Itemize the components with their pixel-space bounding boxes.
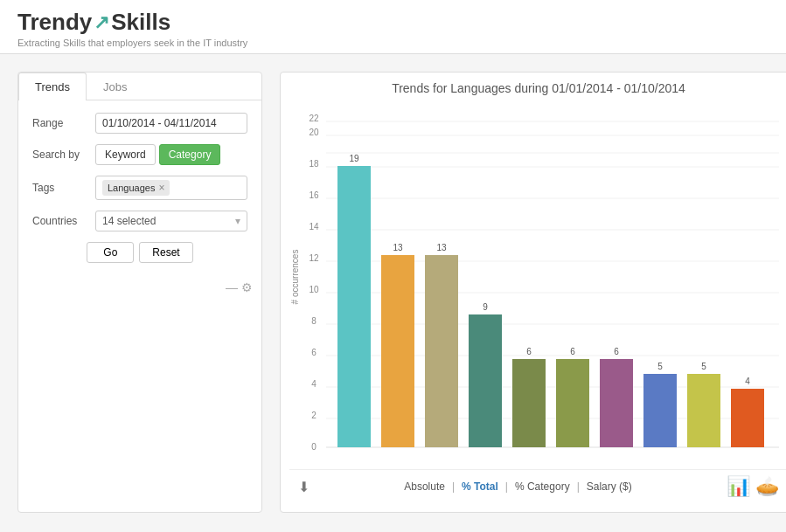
- minus-icon[interactable]: —: [226, 280, 238, 294]
- footer-link-salary[interactable]: Salary ($): [587, 480, 632, 493]
- svg-text:8: 8: [311, 316, 316, 326]
- download-icon[interactable]: ⬇: [298, 479, 310, 495]
- bar-csharp[interactable]: [425, 255, 458, 447]
- logo-skills: Skills: [111, 9, 170, 36]
- footer-left: ⬇: [298, 479, 310, 495]
- svg-text:4: 4: [311, 379, 316, 389]
- svg-text:6: 6: [526, 347, 532, 356]
- svg-text:20: 20: [309, 128, 319, 137]
- countries-row: Countries 14 selected ▾: [32, 211, 247, 231]
- category-button[interactable]: Category: [159, 144, 221, 165]
- svg-text:6: 6: [570, 347, 575, 356]
- tag-badge: Languages ×: [102, 180, 170, 196]
- bar-chart-svg: 0 2 4 6 8 10 12 14 16 18 20 22 # occurre…: [289, 102, 786, 460]
- chevron-down-icon: ▾: [235, 215, 240, 227]
- top-bar: Trendy ↗ Skills Extracting Skills that e…: [0, 0, 786, 54]
- svg-text:HTML: HTML: [462, 459, 486, 460]
- chart-footer: ⬇ Absolute | % Total | % Category | Sala…: [289, 469, 786, 503]
- bar-c[interactable]: [687, 374, 720, 447]
- svg-text:6: 6: [311, 348, 316, 357]
- bar-cpp[interactable]: [512, 359, 546, 447]
- range-label: Range: [32, 117, 95, 129]
- svg-text:16: 16: [309, 190, 319, 200]
- sidebar-icons: — ⚙: [18, 275, 261, 301]
- search-by-label: Search by: [32, 149, 95, 161]
- tab-jobs[interactable]: Jobs: [87, 73, 143, 100]
- tags-label: Tags: [32, 182, 95, 194]
- logo-icon: ↗: [94, 11, 109, 34]
- tab-trends[interactable]: Trends: [18, 73, 87, 100]
- pie-chart-icon[interactable]: 🥧: [755, 475, 779, 498]
- svg-text:2: 2: [311, 411, 316, 420]
- bar-html[interactable]: [469, 314, 502, 447]
- chart-title: Trends for Languages during 01/01/2014 -…: [289, 81, 786, 95]
- logo: Trendy ↗ Skills: [17, 9, 769, 36]
- bar-php[interactable]: [556, 359, 589, 447]
- svg-text:# occurrences: # occurrences: [290, 250, 300, 305]
- chart-panel: Trends for Languages during 01/01/2014 -…: [280, 72, 786, 513]
- svg-text:22: 22: [309, 114, 319, 123]
- svg-text:13: 13: [436, 243, 447, 252]
- keyword-button[interactable]: Keyword: [95, 144, 156, 165]
- svg-text:14: 14: [309, 222, 319, 231]
- svg-text:19: 19: [349, 154, 359, 163]
- countries-value: 14 selected: [102, 215, 156, 227]
- tag-remove-icon[interactable]: ×: [158, 182, 164, 194]
- countries-select[interactable]: 14 selected ▾: [95, 211, 247, 231]
- svg-text:C#: C#: [428, 459, 442, 460]
- svg-text:0: 0: [311, 442, 316, 452]
- bar-html5[interactable]: [731, 389, 764, 447]
- tag-text: Languages: [108, 183, 155, 193]
- svg-text:13: 13: [393, 243, 403, 252]
- bar-chart-icon[interactable]: 📊: [727, 475, 750, 498]
- chart-area: 0 2 4 6 8 10 12 14 16 18 20 22 # occurre…: [289, 102, 786, 460]
- svg-text:PHP: PHP: [553, 459, 574, 460]
- svg-text:Java: Java: [335, 459, 356, 460]
- bar-xml[interactable]: [600, 359, 633, 447]
- tags-input[interactable]: Languages ×: [95, 176, 247, 200]
- search-by-row: Search by Keyword Category: [32, 144, 247, 165]
- range-row: Range: [32, 113, 247, 134]
- svg-text:18: 18: [309, 159, 319, 169]
- bar-javascript[interactable]: [381, 255, 414, 447]
- left-panel: Trends Jobs Range Search by Keyword Cate…: [17, 72, 262, 513]
- footer-chart-icons: 📊 🥧: [727, 475, 779, 498]
- svg-text:5: 5: [701, 362, 706, 371]
- bar-java[interactable]: [337, 166, 371, 447]
- action-row: Go Reset: [32, 242, 247, 263]
- svg-text:C: C: [694, 459, 706, 460]
- panel-body: Range Search by Keyword Category Tags La…: [18, 100, 261, 275]
- range-input[interactable]: [95, 113, 247, 134]
- svg-text:XML: XML: [597, 459, 617, 460]
- footer-link-pct-category[interactable]: % Category: [515, 480, 570, 493]
- footer-link-pct-total[interactable]: % Total: [462, 480, 498, 493]
- svg-text:9: 9: [483, 302, 488, 312]
- search-by-group: Keyword Category: [95, 144, 220, 165]
- main-content: Trends Jobs Range Search by Keyword Cate…: [0, 54, 786, 530]
- bar-python[interactable]: [643, 374, 677, 447]
- svg-text:Python: Python: [634, 459, 661, 460]
- tabs-container: Trends Jobs: [18, 73, 261, 100]
- svg-text:C++: C++: [511, 459, 531, 460]
- settings-icon[interactable]: ⚙: [241, 280, 253, 294]
- svg-text:4: 4: [745, 377, 750, 386]
- tags-row: Tags Languages ×: [32, 176, 247, 200]
- svg-text:6: 6: [614, 347, 619, 356]
- subtitle: Extracting Skills that employers seek in…: [17, 38, 769, 48]
- svg-text:5: 5: [657, 362, 663, 371]
- svg-text:10: 10: [309, 285, 319, 294]
- svg-text:12: 12: [309, 253, 319, 263]
- reset-button[interactable]: Reset: [139, 242, 192, 263]
- logo-trendy: Trendy: [17, 9, 92, 36]
- svg-text:JavaScript: JavaScript: [361, 459, 399, 460]
- go-button[interactable]: Go: [87, 242, 134, 263]
- svg-text:HTML5: HTML5: [720, 459, 749, 460]
- footer-links: Absolute | % Total | % Category | Salary…: [404, 480, 632, 493]
- footer-link-absolute[interactable]: Absolute: [404, 480, 445, 493]
- countries-label: Countries: [32, 215, 95, 227]
